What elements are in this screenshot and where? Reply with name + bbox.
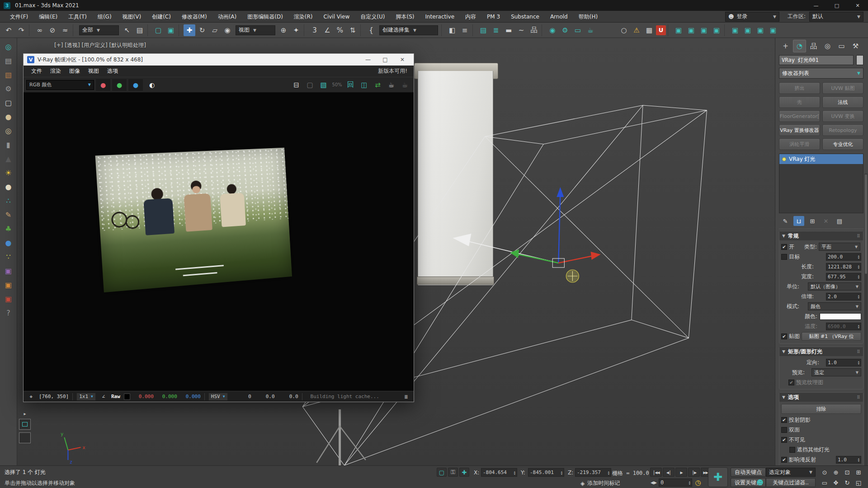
ref-coord-dropdown[interactable]: 视图 ▼ [236, 25, 275, 35]
leaf-icon[interactable]: ♣ [2, 222, 15, 235]
close-button[interactable]: ✕ [847, 0, 868, 11]
cylinder-stack-icon[interactable]: ▤ [2, 54, 15, 67]
texture-checkbox[interactable]: ✔ [781, 333, 787, 339]
modifier-button-uvw-map[interactable]: UVW 贴图 [822, 82, 863, 94]
sphere-blue-icon[interactable]: ● [2, 236, 15, 249]
brush-icon[interactable]: ✎ [2, 208, 15, 221]
menu-content[interactable]: 内容 [460, 11, 481, 23]
vfb-menu-file[interactable]: 文件 [27, 66, 46, 77]
hsv-dropdown[interactable]: HSV▼ [208, 393, 228, 401]
modifier-button-shell[interactable]: 壳 [779, 96, 820, 108]
invisible-checkbox[interactable]: ✔ [781, 437, 787, 443]
manipulate-icon[interactable]: ✦ [290, 24, 302, 36]
texture-map-button[interactable]: 贴图 #1 （VRay 位 [802, 332, 861, 341]
vfb-title-bar[interactable]: V V-Ray 帧缓冲区 - [100.0% of 832 x 468] — □… [24, 54, 414, 66]
tab-display[interactable]: ▭ [835, 40, 848, 52]
menu-create[interactable]: 创建(C) [146, 11, 176, 23]
add-time-tag[interactable]: ◈ 添加时间标记 [580, 479, 620, 487]
menu-customize[interactable]: 自定义(U) [355, 11, 390, 23]
plugin-monitor5-icon[interactable]: ▣ [729, 24, 741, 36]
key-filters-button[interactable]: 关键点过滤器.. [766, 478, 816, 487]
pin-stack-icon[interactable]: ✎ [780, 216, 791, 226]
channel-dropdown[interactable]: RGB 颜色 ▼ [26, 80, 94, 90]
maximize-button[interactable]: □ [826, 0, 847, 11]
menu-modifiers[interactable]: 修改器(M) [176, 11, 212, 23]
rendered-frame-icon[interactable]: ▭ [572, 24, 584, 36]
orbit-icon[interactable]: ↻ [842, 478, 853, 488]
tab-modify[interactable]: ◔ [793, 40, 806, 52]
selection-region-icon[interactable]: ▢ [437, 468, 447, 477]
vfb-menu-image[interactable]: 图像 [65, 66, 84, 77]
modifier-button-turbosmooth[interactable]: 涡轮平滑 [779, 138, 820, 150]
crossing-region-icon[interactable]: ▣ [165, 24, 177, 36]
bind-spacewarp-icon[interactable]: ≈ [59, 24, 71, 36]
menu-pm3[interactable]: PM 3 [481, 11, 505, 23]
material-editor-icon[interactable]: ◉ [547, 24, 558, 36]
box-purple-icon[interactable]: ▣ [2, 264, 15, 277]
on-checkbox[interactable]: ✔ [781, 244, 787, 250]
exclude-button[interactable]: 排除 [781, 404, 861, 414]
modifier-button-retopology[interactable]: Retopology [822, 124, 863, 136]
schematic-view-icon[interactable]: 品 [528, 24, 540, 36]
selection-set-dropdown[interactable]: 选定对象▼ [766, 468, 816, 477]
rgb-dots-icon[interactable]: ∵ [2, 250, 15, 263]
affect-diffuse-field[interactable]: 1.0▲▼ [836, 456, 861, 464]
vfb-update-notice[interactable]: 新版本可用! [378, 67, 410, 75]
render-setup-icon[interactable]: ⚙ [559, 24, 571, 36]
pixel-probe-icon[interactable]: ⌖ [27, 393, 35, 401]
green-channel-icon[interactable]: ● [112, 79, 127, 91]
menu-views[interactable]: 视图(V) [117, 11, 147, 23]
x-coordinate-field[interactable]: -804.654▲▼ [481, 468, 517, 477]
snap-3d-icon[interactable]: 3 [309, 24, 321, 36]
box-orange-icon[interactable]: ▣ [2, 278, 15, 291]
menu-arnold[interactable]: Arnold [545, 11, 573, 23]
stack-item-vray-light[interactable]: VRay 灯光 [779, 154, 863, 164]
layer-explorer-icon[interactable]: ≣ [490, 24, 502, 36]
percent-snap-icon[interactable]: % [334, 24, 346, 36]
render-icon[interactable]: ☕ [585, 24, 596, 36]
plugin-monitor2-icon[interactable]: ▣ [685, 24, 697, 36]
pixel-ratio-dropdown[interactable]: 1x1▼ [76, 393, 96, 401]
rollout-rect-light-header[interactable]: ▼ 矩形/圆形灯光 ⠿ [779, 347, 863, 356]
vfb-minimize-button[interactable]: — [360, 55, 376, 65]
modifier-button-floorgenerator[interactable]: FloorGenerator[ [779, 110, 820, 122]
next-frame-icon[interactable]: |▶ [688, 468, 700, 477]
temperature-field[interactable]: 6500.0▲▼ [826, 323, 861, 330]
expand-arrow-icon[interactable]: ▸ [24, 411, 26, 416]
multiplier-field[interactable]: 2.0▲▼ [826, 293, 861, 300]
z-coordinate-field[interactable]: -219.357▲▼ [575, 468, 611, 477]
cylinder-icon[interactable]: ▮ [2, 138, 15, 151]
u-logo-icon[interactable]: U [656, 25, 666, 35]
menu-file[interactable]: 文件(F) [5, 11, 33, 23]
region-render-icon[interactable]: ▧ [317, 79, 330, 91]
edit-named-selections-icon[interactable]: { [365, 24, 377, 36]
show-end-result-icon[interactable]: ⊔ [793, 216, 804, 226]
menu-scripting[interactable]: 脚本(S) [390, 11, 420, 23]
minimize-button[interactable]: — [806, 0, 826, 11]
viewport-label[interactable]: [+] [透视] [用户定义] [默认明暗处理] [54, 42, 146, 49]
move-icon[interactable]: ✚ [184, 24, 195, 36]
modifier-button-prooptimizer[interactable]: 专业优化 [822, 138, 863, 150]
scene-explorer-icon[interactable]: ▤ [477, 24, 489, 36]
tab-utilities[interactable]: ⚒ [849, 40, 862, 52]
menu-civil-view[interactable]: Civil View [318, 11, 355, 23]
unlink-icon[interactable]: ⊘ [47, 24, 58, 36]
absolute-mode-icon[interactable]: ✚ [459, 468, 469, 477]
menu-help[interactable]: 帮助(H) [573, 11, 603, 23]
auto-key-button[interactable]: 自动关键点 [731, 468, 766, 477]
plugin-monitor7-icon[interactable]: ▣ [755, 24, 766, 36]
preview-texmap-checkbox[interactable]: ✔ [788, 380, 794, 385]
box-red-icon[interactable]: ▣ [2, 292, 15, 305]
menu-interactive[interactable]: Interactive [420, 11, 460, 23]
ribbon-icon[interactable]: ▬ [503, 24, 514, 36]
tab-hierarchy[interactable]: 品 [807, 40, 820, 52]
current-frame-field[interactable]: 0▲▼ [659, 479, 692, 487]
modifier-button-normal[interactable]: 法线 [822, 96, 863, 108]
modifier-button-uvw-xform[interactable]: UVW 变换 [822, 110, 863, 122]
sun-icon[interactable]: ☀ [2, 166, 15, 179]
directionality-field[interactable]: 1.0▲▼ [826, 359, 861, 366]
mirror-icon[interactable]: ◧ [446, 24, 458, 36]
object-name-field[interactable] [779, 55, 854, 65]
clear-image-icon[interactable]: ▢ [304, 79, 316, 91]
undo-icon[interactable]: ↶ [3, 24, 14, 36]
